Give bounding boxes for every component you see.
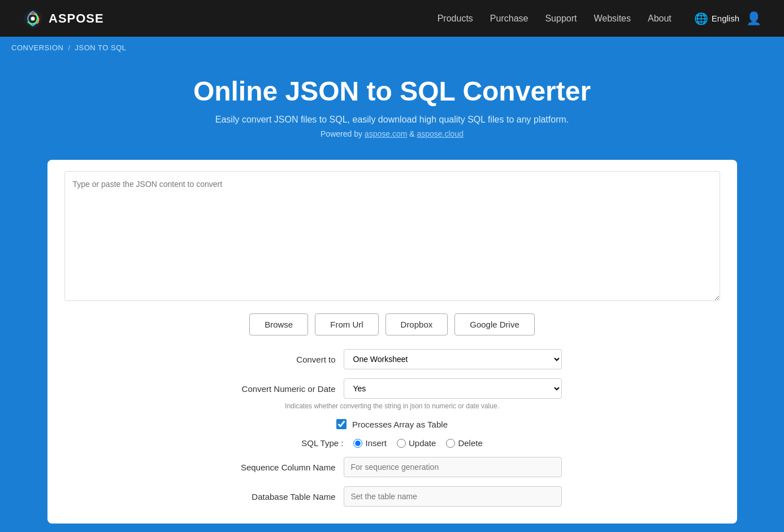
update-label: Update <box>409 438 436 448</box>
processes-array-label: Processes Array as Table <box>352 420 448 429</box>
options-section: Convert to One Worksheet Multiple Worksh… <box>64 349 720 507</box>
converter-card: Browse From Url Dropbox Google Drive Con… <box>47 160 737 524</box>
footer-note: *By uploading your files or using our se… <box>0 524 784 532</box>
dropbox-button[interactable]: Dropbox <box>385 313 448 335</box>
db-table-input[interactable] <box>344 486 562 507</box>
breadcrumb-separator: / <box>68 43 70 52</box>
nav-products[interactable]: Products <box>438 14 473 24</box>
processes-array-checkbox[interactable] <box>336 419 346 429</box>
nav-right: 🌐 English 👤 <box>694 11 761 26</box>
file-source-buttons: Browse From Url Dropbox Google Drive <box>64 313 720 335</box>
convert-to-row: Convert to One Worksheet Multiple Worksh… <box>223 349 562 369</box>
navbar: ASPOSE Products Purchase Support Website… <box>0 0 784 37</box>
breadcrumb: CONVERSION / JSON TO SQL <box>0 37 784 59</box>
nav-support[interactable]: Support <box>545 14 577 24</box>
from-url-button[interactable]: From Url <box>315 313 378 335</box>
powered-sep: & <box>407 129 417 138</box>
convert-numeric-select[interactable]: Yes No <box>344 378 562 399</box>
convert-to-select[interactable]: One Worksheet Multiple Worksheets <box>344 349 562 369</box>
user-icon[interactable]: 👤 <box>746 11 761 26</box>
aspose-com-link[interactable]: aspose.com <box>365 129 407 138</box>
convert-numeric-label: Convert Numeric or Date <box>223 384 336 394</box>
aspose-logo-icon <box>23 8 43 29</box>
delete-radio[interactable] <box>446 439 455 448</box>
nav-websites[interactable]: Websites <box>594 14 631 24</box>
svg-point-1 <box>31 16 34 20</box>
db-table-row: Database Table Name <box>223 486 562 507</box>
powered-by: Powered by aspose.com & aspose.cloud <box>11 129 773 138</box>
powered-prefix: Powered by <box>320 129 365 138</box>
language-label: English <box>712 14 739 23</box>
logo[interactable]: ASPOSE <box>23 8 104 29</box>
hero-subtitle: Easily convert JSON files to SQL, easily… <box>11 115 773 125</box>
sequence-column-row: Sequence Column Name <box>223 457 562 477</box>
json-input[interactable] <box>64 171 720 301</box>
convert-numeric-hint: Indicates whether converting the string … <box>285 402 499 410</box>
sequence-column-label: Sequence Column Name <box>223 463 336 472</box>
update-radio[interactable] <box>397 439 406 448</box>
delete-option: Delete <box>446 438 482 448</box>
browse-button[interactable]: Browse <box>249 313 308 335</box>
google-drive-button[interactable]: Google Drive <box>454 313 535 335</box>
insert-radio[interactable] <box>353 439 362 448</box>
nav-purchase[interactable]: Purchase <box>490 14 529 24</box>
sequence-column-input[interactable] <box>344 457 562 477</box>
delete-label: Delete <box>458 438 482 448</box>
insert-option: Insert <box>353 438 387 448</box>
db-table-label: Database Table Name <box>223 492 336 502</box>
update-option: Update <box>397 438 436 448</box>
breadcrumb-conversion[interactable]: CONVERSION <box>11 43 63 52</box>
logo-text: ASPOSE <box>49 11 104 26</box>
page-title: Online JSON to SQL Converter <box>11 76 773 107</box>
convert-to-label: Convert to <box>223 355 336 364</box>
nav-about[interactable]: About <box>648 14 672 24</box>
sql-type-row: SQL Type : Insert Update Delete <box>301 438 482 448</box>
language-selector[interactable]: 🌐 English <box>694 12 739 25</box>
aspose-cloud-link[interactable]: aspose.cloud <box>417 129 464 138</box>
hero-section: Online JSON to SQL Converter Easily conv… <box>0 59 784 154</box>
convert-numeric-row: Convert Numeric or Date Yes No <box>223 378 562 399</box>
insert-label: Insert <box>365 438 387 448</box>
globe-icon: 🌐 <box>694 12 708 25</box>
processes-array-row: Processes Array as Table <box>336 419 448 429</box>
nav-links: Products Purchase Support Websites About <box>438 14 672 24</box>
breadcrumb-current: JSON TO SQL <box>75 43 127 52</box>
sql-type-label: SQL Type : <box>301 438 343 448</box>
